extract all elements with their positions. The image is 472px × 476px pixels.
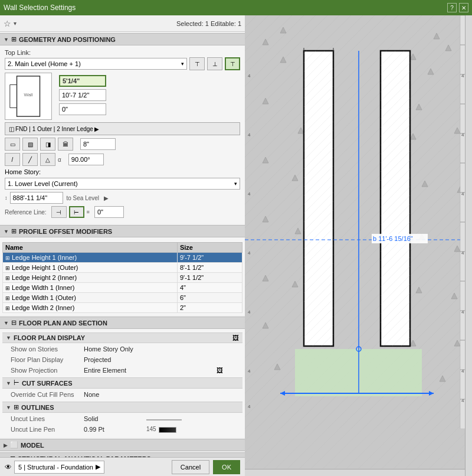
profile-row-icon: ⊞ (5, 305, 10, 311)
uncut-lines-label: Uncut Lines (4, 414, 80, 423)
ref-line-btn-1[interactable]: ⊣ (51, 206, 67, 218)
model-section-header[interactable]: ▶ ⬜ MODEL (0, 439, 245, 451)
outlines-arrow: ▼ (6, 405, 11, 410)
profile-row-size: 2" (177, 303, 242, 313)
floor-plan-icon: ⊟ (11, 319, 17, 327)
profile-icon-2: ⊞ (11, 227, 17, 235)
wall-diagram: Wall (5, 73, 52, 120)
svg-text:4: 4 (461, 73, 464, 79)
col-size: Size (177, 243, 242, 253)
show-stories-row: Show on Stories Home Story Only (4, 344, 241, 354)
ref-line-input[interactable]: 0" (94, 206, 124, 218)
home-story-arrow: ▾ (234, 181, 237, 187)
angle-btn-2[interactable]: ╱ (22, 153, 38, 166)
floor-plan-display-header[interactable]: ▼ FLOOR PLAN DISPLAY 🖼 (2, 332, 242, 343)
height-input[interactable]: 5'1/4" (59, 75, 106, 87)
home-story-dropdown[interactable]: 1. Lower Level (Current) ▾ (5, 178, 240, 190)
uncut-line-pen-label: Uncut Line Pen (4, 425, 80, 434)
geometry-title: GEOMETRY AND POSITIONING (19, 36, 116, 43)
profile-table: Name Size ⊞Ledge Height 1 (Inner) 9'-7 1… (2, 242, 242, 313)
profile-section-header[interactable]: ▼ ⊞ PROFILE OFFSET MODIFIERS (0, 225, 245, 237)
profile-row: ◫ FND | 1 Outer | 2 Inner Ledge ▶ (5, 122, 240, 135)
uncut-line-pen-row: Uncut Line Pen 0.99 Pt 145 (4, 425, 241, 434)
floor-plan-body: ▼ FLOOR PLAN DISPLAY 🖼 Show on Stories H… (0, 329, 245, 438)
scroll-area[interactable]: ▼ ⊞ GEOMETRY AND POSITIONING Top Link: 2… (0, 32, 245, 457)
ref-line-label: Reference Line: (5, 209, 47, 216)
floor-plan-arrow-icon: ▼ (4, 320, 9, 326)
cancel-button[interactable]: Cancel (172, 460, 209, 474)
profile-body: Name Size ⊞Ledge Height 1 (Inner) 9'-7 1… (0, 237, 245, 315)
geo-icon-btn-2[interactable]: ⊥ (207, 57, 222, 70)
svg-text:4: 4 (248, 132, 251, 138)
profile-btn-label: FND | 1 Outer | 2 Inner Ledge (15, 126, 93, 132)
vertical-scrollbar[interactable] (465, 15, 472, 476)
ref-line-btn-2[interactable]: ⊢ (69, 206, 84, 218)
layer-dropdown-arrow: ▶ (96, 463, 100, 471)
selected-info: Selected: 1 Editable: 1 (176, 20, 241, 27)
layer-dropdown[interactable]: 5 | Structural - Foundation ▶ (14, 461, 104, 474)
svg-text:4: 4 (461, 369, 464, 374)
height2-input-row: 10'-7 1/2" (59, 89, 240, 101)
profile-row-size: 8'-1 1/2" (177, 263, 242, 273)
cut-surfaces-title: CUT SURFACES (22, 380, 73, 387)
dropdown-arrow-icon[interactable]: ▾ (14, 20, 17, 27)
profile-row-name: ⊞Ledge Width 1 (Outer) (3, 293, 178, 303)
geometry-section-header[interactable]: ▼ ⊞ GEOMETRY AND POSITIONING (0, 33, 245, 45)
surface-btn-3[interactable]: ◨ (40, 138, 55, 151)
angle-input[interactable]: 90.00° (68, 154, 104, 165)
profile-table-row[interactable]: ⊞Ledge Width 1 (Outer) 6" (3, 293, 242, 303)
geo-icon-btn-1[interactable]: ⊤ (189, 57, 205, 70)
floor-plan-display-title: FLOOR PLAN DISPLAY (14, 334, 85, 341)
override-cut-fill-label: Override Cut Fill Pens (4, 390, 80, 399)
profile-btn[interactable]: ◫ FND | 1 Outer | 2 Inner Ledge ▶ (5, 122, 240, 135)
bottom-bar: 👁 5 | Structural - Foundation ▶ Cancel O… (0, 457, 245, 476)
outlines-table: Uncut Lines Solid Uncut Line Pen 0.99 Pt… (2, 413, 242, 435)
geo-icon-btn-3[interactable]: ⊤ (225, 57, 240, 70)
floor-plan-display-table: Show on Stories Home Story Only Floor Pl… (2, 343, 242, 376)
model-icon: ⬜ (10, 441, 18, 449)
profile-row-name: ⊞Ledge Width 2 (Inner) (3, 303, 178, 313)
profile-row-name: ⊞Ledge Height 1 (Outer) (3, 263, 178, 273)
profile-table-row[interactable]: ⊞Ledge Width 2 (Inner) 2" (3, 303, 242, 313)
show-stories-label: Show on Stories (4, 344, 80, 354)
show-projection-row: Show Projection Entire Element 🖼 (4, 366, 241, 375)
cut-surfaces-header[interactable]: ▼ ⊢ CUT SURFACES (2, 377, 242, 389)
right-panel: b 11'-6 15/16" 4 4 4 4 4 4 4 4 4 4 4 (245, 15, 472, 476)
surface-btn-2[interactable]: ▧ (22, 138, 38, 151)
profile-table-row[interactable]: ⊞Ledge Height 1 (Inner) 9'-7 1/2" (3, 253, 242, 263)
offset-input[interactable]: 0" (59, 103, 106, 115)
svg-text:4: 4 (248, 191, 251, 197)
thickness-input[interactable]: 8" (80, 138, 116, 150)
profile-table-row[interactable]: ⊞Ledge Height 1 (Outer) 8'-1 1/2" (3, 263, 242, 273)
profile-table-row[interactable]: ⊞Ledge Height 2 (Inner) 9'-1 1/2" (3, 273, 242, 283)
angle-btn-1[interactable]: / (5, 153, 20, 166)
star-icon[interactable]: ☆ (4, 19, 11, 28)
eye-icon[interactable]: 👁 (5, 463, 12, 471)
outlines-header[interactable]: ▼ ⊞ OUTLINES (2, 402, 242, 413)
svg-text:4: 4 (461, 398, 464, 403)
surface-btn-1[interactable]: ▭ (5, 138, 20, 151)
uncut-lines-swatch (144, 414, 241, 423)
angle-btn-3[interactable]: △ (40, 153, 55, 166)
show-stories-value: Home Story Only (81, 344, 213, 354)
top-link-dropdown[interactable]: 2. Main Level (Home + 1) ▾ (5, 58, 187, 70)
structural-section-header[interactable]: ▶ ⊞ STRUCTURAL ANALYTICAL PARAMETERS (0, 452, 245, 457)
horizontal-scrollbar[interactable] (245, 469, 465, 476)
sea-level-input[interactable]: 888'-11 1/4" (10, 192, 63, 204)
profile-row-name: ⊞Ledge Width 1 (Inner) (3, 283, 178, 293)
profile-table-row[interactable]: ⊞Ledge Width 1 (Inner) 4" (3, 283, 242, 293)
help-button[interactable]: ? (447, 3, 457, 12)
profile-row-icon: ⊞ (5, 285, 10, 291)
ok-button[interactable]: OK (213, 460, 240, 474)
floor-plan-display-icon: 🖼 (232, 334, 239, 341)
height2-input[interactable]: 10'-7 1/2" (59, 89, 106, 101)
pillar-icon[interactable]: 🏛 (58, 138, 73, 151)
outlines-title: OUTLINES (21, 404, 54, 411)
floor-plan-section-header[interactable]: ▼ ⊟ FLOOR PLAN AND SECTION (0, 317, 245, 329)
top-link-dropdown-arrow: ▾ (181, 61, 184, 67)
profile-row-name: ⊞Ledge Height 2 (Inner) (3, 273, 178, 283)
close-button[interactable]: ✕ (459, 3, 468, 12)
geometry-icons-group: ⊤ ⊥ ⊤ (189, 57, 240, 70)
sea-level-label: to Sea Level (67, 195, 100, 201)
model-arrow-icon: ▶ (4, 442, 8, 448)
